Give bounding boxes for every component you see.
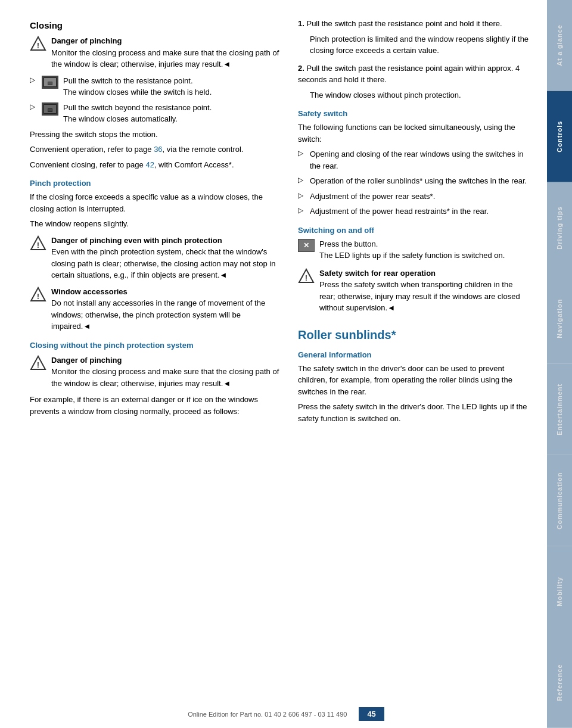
safety-bullet-4: ▷ Adjustment of the power head restraint… — [298, 206, 530, 217]
switching-step1: ✕ Press the button. The LED lights up if… — [298, 238, 530, 262]
svg-text:!: ! — [37, 292, 39, 301]
warning-text-3: Window accessories Do not install any ac… — [51, 286, 280, 332]
warning-box-2: ! Danger of pinching even with pinch pro… — [30, 235, 280, 281]
page-link-36[interactable]: 36 — [154, 145, 162, 154]
switching-title: Switching on and off — [298, 226, 530, 235]
step-2: 2. Pull the switch past the resistance p… — [298, 63, 530, 101]
step2-num: 2. — [298, 64, 304, 73]
triangle-svg-2: ! — [30, 235, 46, 251]
external-danger-text: For example, if there is an external dan… — [30, 394, 280, 417]
triangle-svg-5: ! — [298, 267, 315, 284]
arrow-icon-5: ▷ — [298, 191, 305, 200]
convenient2-text: Convenient closing, refer to page 42, wi… — [30, 159, 280, 171]
main-content: Closing ! Danger of pinching Monitor the… — [0, 0, 547, 728]
danger-icon-5: ! — [298, 267, 315, 284]
button-x-icon: ✕ — [303, 241, 309, 250]
safety-bullet-1: ▷ Opening and closing of the rear window… — [298, 148, 530, 172]
sidebar-tab-entertainment[interactable]: Entertainment — [547, 364, 572, 455]
pinch-protection-title: Pinch protection — [30, 179, 280, 188]
switch-icon-2 — [42, 102, 58, 116]
warning-text-1: Danger of pinching Monitor the closing p… — [51, 35, 280, 70]
warning-text-2: Danger of pinching even with pinch prote… — [51, 235, 280, 281]
roller-title: Roller sunblinds* — [298, 328, 530, 342]
page-number: 45 — [359, 707, 384, 721]
pinch-text2: The window reopens slightly. — [30, 218, 280, 230]
triangle-svg-4: ! — [30, 354, 46, 371]
general-info-title: General information — [298, 350, 530, 359]
svg-text:!: ! — [37, 41, 39, 50]
danger-icon-2: ! — [30, 235, 46, 251]
closing-nopinch-title: Closing without the pinch protection sys… — [30, 341, 280, 350]
bullet-text-2: Pull the switch beyond the resistance po… — [63, 102, 212, 125]
arrow-icon-4: ▷ — [298, 176, 305, 184]
arrow-icon-2: ▷ — [30, 102, 37, 111]
danger-icon-1: ! — [30, 35, 46, 52]
sidebar-tab-navigation[interactable]: Navigation — [547, 273, 572, 364]
safety-bullet1-text: Opening and closing of the rear windows … — [310, 148, 530, 172]
safety-bullet3-text: Adjustment of the power rear seats*. — [310, 191, 435, 203]
step1-text: Pull the switch past the resistance poin… — [306, 19, 502, 28]
left-column: Closing ! Danger of pinching Monitor the… — [30, 18, 280, 704]
svg-text:!: ! — [305, 273, 307, 282]
warning-text-5: Safety switch for rear operation Press t… — [319, 267, 530, 314]
page-link-42[interactable]: 42 — [145, 160, 154, 169]
page-footer: Online Edition for Part no. 01 40 2 606 … — [0, 707, 572, 721]
page-container: Closing ! Danger of pinching Monitor the… — [0, 0, 572, 728]
bullet-item-1: ▷ Pull the switch to the resistance poin… — [30, 75, 280, 98]
warning-box-1: ! Danger of pinching Monitor the closing… — [30, 35, 280, 70]
svg-text:!: ! — [37, 241, 39, 250]
svg-text:!: ! — [37, 360, 39, 369]
switching-step1-content: Press the button. The LED lights up if t… — [319, 238, 505, 262]
sidebar-tab-at-a-glance[interactable]: At a glance — [547, 0, 572, 91]
sidebar: At a glance Controls Driving tips Naviga… — [547, 0, 572, 728]
safety-text: The following functions can be locked si… — [298, 122, 530, 145]
warning-box-4: ! Danger of pinching Monitor the closing… — [30, 354, 280, 390]
safety-bullet2-text: Operation of the roller sunblinds* using… — [310, 175, 527, 187]
general-text1: The safety switch in the driver's door c… — [298, 363, 530, 398]
step1-sub: Pinch protection is limited and the wind… — [310, 33, 530, 57]
footer-text: Online Edition for Part no. 01 40 2 606 … — [188, 711, 347, 718]
sidebar-tab-mobility[interactable]: Mobility — [547, 546, 572, 637]
warning-box-5: ! Safety switch for rear operation Press… — [298, 267, 530, 314]
press-text: Pressing the switch stops the motion. — [30, 129, 280, 141]
bullet-item-2: ▷ Pull the switch beyond the resistance … — [30, 102, 280, 125]
safety-bullet-3: ▷ Adjustment of the power rear seats*. — [298, 191, 530, 203]
bullet-text-1: Pull the switch to the resistance point.… — [63, 75, 212, 98]
arrow-icon-3: ▷ — [298, 149, 305, 157]
safety-switch-title: Safety switch — [298, 109, 530, 118]
sidebar-tab-communication[interactable]: Communication — [547, 455, 572, 546]
main-title: Closing — [30, 20, 280, 30]
safety-bullet-2: ▷ Operation of the roller sunblinds* usi… — [298, 175, 530, 187]
safety-bullet4-text: Adjustment of the power head restraints*… — [310, 206, 489, 217]
step2-text: Pull the switch past the resistance poin… — [298, 64, 520, 85]
triangle-svg-1: ! — [30, 35, 46, 52]
sidebar-tab-controls[interactable]: Controls — [547, 91, 572, 182]
arrow-icon-6: ▷ — [298, 206, 305, 214]
pinch-text1: If the closing force exceeds a specific … — [30, 191, 280, 214]
warning-box-3: ! Window accessories Do not install any … — [30, 286, 280, 332]
convenient1-text: Convenient operation, refer to page 36, … — [30, 144, 280, 155]
step-1: 1. Pull the switch past the resistance p… — [298, 18, 530, 57]
danger-icon-3: ! — [30, 286, 46, 303]
step1-num: 1. — [298, 19, 304, 28]
sidebar-tab-driving-tips[interactable]: Driving tips — [547, 182, 572, 273]
danger-icon-4: ! — [30, 354, 46, 371]
roller-section: Roller sunblinds* General information Th… — [298, 328, 530, 425]
warning-text-4: Danger of pinching Monitor the closing p… — [51, 354, 280, 390]
right-column: 1. Pull the switch past the resistance p… — [292, 18, 530, 704]
triangle-svg-3: ! — [30, 286, 46, 303]
switch-icon-1 — [42, 76, 58, 89]
arrow-icon-1: ▷ — [30, 76, 37, 84]
step2-sub: The window closes without pinch protecti… — [310, 89, 530, 101]
button-icon: ✕ — [298, 239, 315, 252]
general-text2: Press the safety switch in the driver's … — [298, 401, 530, 424]
